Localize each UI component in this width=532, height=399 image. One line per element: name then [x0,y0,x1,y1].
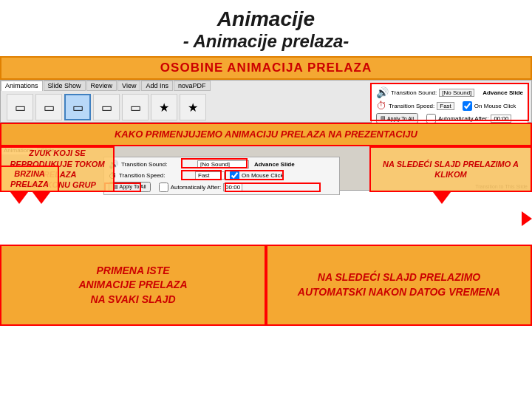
tab-animations[interactable]: Animations [1,81,43,91]
bottom-area: PRIMENA ISTEANIMACIJE PRELAZANA SVAKI SL… [0,245,532,326]
sound-label2: Transition Sound: [121,161,195,168]
arrow-down-2 [10,192,28,204]
orange-banner: OSOBINE ANIMACIJA PRELAZA [0,56,532,80]
title-area: Animacije - Animacije prelaza- [0,0,532,56]
page-wrapper: Animacije - Animacije prelaza- OSOBINE A… [0,0,532,399]
on-mouse-click-check[interactable] [463,101,472,111]
ribbon-icon-3[interactable]: ▭ [64,94,91,120]
brzina-text: BRZINA PRELAZA [1,168,58,190]
kako-text: KAKO PRIMENJUJEMO ANIMACIJU PRELAZA NA P… [115,129,417,141]
sound-select2[interactable]: [No Sound] [197,160,249,168]
auto-after-check2[interactable] [159,183,168,192]
tab-novapdf[interactable]: novaPDF [174,81,211,91]
ribbon-icon-7[interactable]: ★ [180,94,206,120]
ribbon-icon-4[interactable]: ▭ [93,94,120,120]
auto-after-value: 00:00 [491,115,511,123]
arrow-right-1 [522,211,532,226]
title-main: Animacije [0,7,532,31]
auto-after-value2: 00:00 [223,183,242,191]
bottom-left-box: PRIMENA ISTEANIMACIJE PRELAZANA SVAKI SL… [0,245,266,326]
speed-select2[interactable]: Fast [195,171,225,180]
advance-label2: Advance Slide [254,161,295,168]
apply-icon: ▤ [381,115,386,121]
arrow-down-1 [33,192,50,204]
annotation-area: KAKO PRIMENJUJEMO ANIMACIJU PRELAZA NA P… [0,123,532,245]
bottom-right-box: NA SLEDEĆI SLAJD PRELAZIMOAUTOMATSKI NAK… [266,245,532,326]
ribbon-area-1: Animations Slide Show Review View Add In… [0,80,532,123]
sound-label: Transition Sound: [391,89,437,96]
title-sub: - Animacije prelaza- [0,31,532,52]
speed-label: Transition Speed: [389,103,434,109]
ribbon-icon-5[interactable]: ▭ [122,94,149,120]
tab-slideshow[interactable]: Slide Show [44,81,86,91]
ribbon-icon-2[interactable]: ▭ [35,94,62,120]
tab-addins[interactable]: Add Ins [141,81,173,91]
tab-review[interactable]: Review [86,81,117,91]
on-mouse-click-label2: On Mouse Click [242,172,283,179]
apply-all-button2[interactable]: ▤ Apply To All [109,182,151,192]
kako-box: KAKO PRIMENJUJEMO ANIMACIJU PRELAZA NA P… [0,123,532,146]
arrow-down-3 [433,192,451,204]
on-mouse-click-label: On Mouse Click [474,103,516,109]
bottom-left-text: PRIMENA ISTEANIMACIJE PRELAZANA SVAKI SL… [78,264,187,307]
auto-after-label: Automatically After: [438,115,488,122]
banner-text: OSOBINE ANIMACIJA PRELAZA [160,61,372,75]
on-mouse-click-check2[interactable] [230,171,239,180]
advance-label: Advance Slide [482,89,523,96]
brzina-box: BRZINA PRELAZA [0,166,59,192]
apply-all-button[interactable]: ▤ Apply To All [376,113,418,123]
sledeci-box: NA SLEDEĆI SLAJD PRELAZIMO AKLIKOM [369,146,532,192]
auto-after-label2: Automatically After: [171,184,221,191]
speed-select[interactable]: Fast [437,102,454,110]
speed-label2: Transition Speed: [119,172,193,179]
tab-view[interactable]: View [117,81,140,91]
sledeci-text: NA SLEDEĆI SLAJD PRELAZIMO AKLIKOM [383,159,519,180]
ribbon-icon-1[interactable]: ▭ [7,94,33,120]
ribbon-icon-6[interactable]: ★ [151,94,177,120]
sound-select[interactable]: [No Sound] [439,89,474,97]
auto-after-check[interactable] [426,114,436,123]
bottom-right-text: NA SLEDEĆI SLAJD PRELAZIMOAUTOMATSKI NAK… [298,270,500,299]
